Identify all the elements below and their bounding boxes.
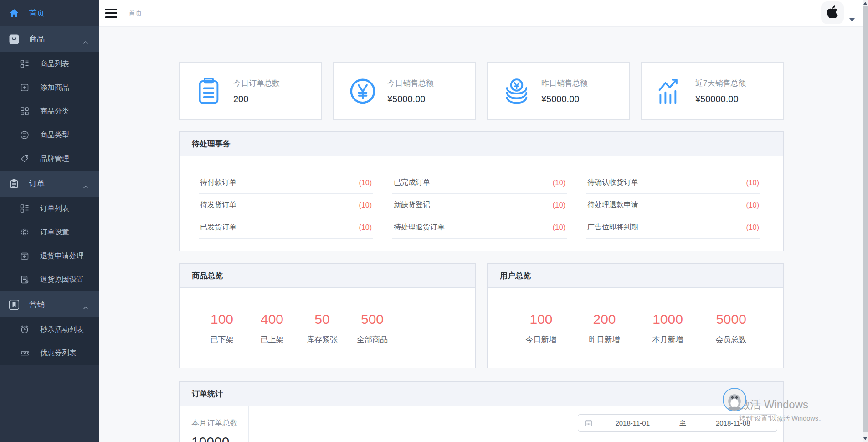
todo-count: (10) <box>359 224 372 232</box>
sidebar-item-product-category[interactable]: 商品分类 <box>0 99 99 123</box>
home-icon <box>9 8 19 18</box>
todo-item-ad-expiring[interactable]: 广告位即将到期(10) <box>586 216 760 239</box>
alarm-clock-icon <box>20 325 29 334</box>
sidebar-item-return-requests[interactable]: 退货申请处理 <box>0 244 99 268</box>
list-icon <box>20 59 29 68</box>
todo-item-refund-requests[interactable]: 待处理退款申请(10) <box>586 194 760 216</box>
todo-item-return-orders[interactable]: 待处理退货订单(10) <box>392 216 567 239</box>
sidebar-item-label: 优惠券列表 <box>40 348 77 358</box>
stat-label: 昨日新增 <box>573 334 636 345</box>
sidebar-group-marketing[interactable]: 营销 <box>0 291 99 317</box>
admin-dashboard: 首页 商品 商品列表 添加商品 商品分 <box>0 0 868 442</box>
date-range-picker[interactable]: 2018-11-01 至 2018-11-08 <box>578 414 777 432</box>
breadcrumb[interactable]: 首页 <box>128 9 142 18</box>
stat-cards-row: 今日订单总数 200 今日销售总额 ¥5000.00 <box>179 62 784 120</box>
stat-total-members: 5000会员总数 <box>699 312 763 368</box>
clipboard-icon <box>9 179 19 189</box>
chevron-up-icon <box>83 37 88 47</box>
todo-count: (10) <box>553 179 565 187</box>
stat-card-label: 今日订单总数 <box>233 78 280 88</box>
todo-label: 待付款订单 <box>200 178 236 187</box>
sidebar-item-flash-sale-list[interactable]: 秒杀活动列表 <box>0 317 99 341</box>
sidebar-item-label: 商品类型 <box>40 130 69 140</box>
product-overview-panel: 商品总览 100已下架 400已上架 50库存紧张 500全部商品 <box>179 263 476 368</box>
sidebar-item-brand-management[interactable]: 品牌管理 <box>0 147 99 171</box>
date-separator: 至 <box>670 419 696 427</box>
caret-down-icon[interactable] <box>849 18 855 21</box>
stat-off-shelf: 100已下架 <box>197 312 247 368</box>
date-start-input[interactable]: 2018-11-01 <box>595 419 670 427</box>
stat-label: 会员总数 <box>699 334 763 345</box>
stat-label: 全部商品 <box>347 334 397 345</box>
todo-item-pending-shipment[interactable]: 待发货订单(10) <box>199 194 373 216</box>
stat-card-text: 近7天销售总额 ¥50000.00 <box>695 78 746 104</box>
sidebar-item-order-settings[interactable]: 订单设置 <box>0 220 99 244</box>
stat-value: 100 <box>509 312 573 327</box>
chevron-up-icon <box>83 303 88 312</box>
todo-label: 待确认收货订单 <box>587 178 638 187</box>
metric-label: 本月订单总数 <box>191 418 248 428</box>
stat-value: 400 <box>247 312 297 327</box>
stat-value: 500 <box>347 312 397 327</box>
stat-new-yesterday: 200昨日新增 <box>573 312 636 368</box>
sidebar-group-label: 营销 <box>29 299 45 310</box>
stat-card-value: ¥5000.00 <box>541 94 588 104</box>
calendar-icon <box>585 419 592 427</box>
todo-count: (10) <box>359 201 372 209</box>
main-area: 首页 今日订单总数 200 <box>99 0 868 442</box>
user-avatar[interactable] <box>821 1 844 24</box>
todo-item-new-stockout[interactable]: 新缺货登记(10) <box>392 194 567 216</box>
scroll-down-arrow-icon[interactable] <box>863 437 867 440</box>
stat-card-value: 200 <box>233 94 280 104</box>
stat-card-text: 今日订单总数 200 <box>233 78 280 104</box>
todo-count: (10) <box>746 179 759 187</box>
todo-item-confirm-receipt[interactable]: 待确认收货订单(10) <box>586 172 760 194</box>
todo-grid: 待付款订单(10) 已完成订单(10) 待确认收货订单(10) 待发货订单(10… <box>180 156 783 251</box>
todo-label: 已完成订单 <box>394 178 430 187</box>
date-end-input[interactable]: 2018-11-08 <box>696 419 771 427</box>
order-chart-area: 2018-11-01 至 2018-11-08 <box>249 406 783 442</box>
hamburger-menu-icon[interactable] <box>105 9 117 18</box>
sidebar-item-return-reason-settings[interactable]: 退货原因设置 <box>0 268 99 291</box>
sidebar-item-order-list[interactable]: 订单列表 <box>0 197 99 220</box>
sidebar-item-coupon-list[interactable]: 优惠券列表 <box>0 341 99 365</box>
panel-title: 订单统计 <box>180 382 783 406</box>
coins-icon <box>503 77 531 105</box>
stat-label: 今日新增 <box>509 334 573 345</box>
sidebar-item-label: 秒杀活动列表 <box>40 325 84 334</box>
trend-up-icon <box>657 77 685 105</box>
stat-card-today-orders: 今日订单总数 200 <box>179 62 322 120</box>
panel-title: 用户总览 <box>488 264 783 288</box>
qq-service-icon[interactable] <box>723 388 746 411</box>
sidebar-item-label: 商品列表 <box>40 59 69 69</box>
stat-value: 200 <box>573 312 636 327</box>
stat-card-label: 今日销售总额 <box>387 78 434 88</box>
sidebar-group-orders[interactable]: 订单 <box>0 171 99 197</box>
todo-item-completed-orders[interactable]: 已完成订单(10) <box>392 172 567 194</box>
sidebar-item-home[interactable]: 首页 <box>0 0 99 26</box>
sidebar-group-products[interactable]: 商品 <box>0 26 99 52</box>
stat-label: 已上架 <box>247 334 297 345</box>
sidebar: 首页 商品 商品列表 添加商品 商品分 <box>0 0 99 442</box>
clipboard-gear-icon <box>20 275 29 284</box>
order-month-metric: 本月订单总数 10000 <box>180 406 249 442</box>
tag-icon <box>20 154 29 163</box>
overview-row: 商品总览 100已下架 400已上架 50库存紧张 500全部商品 用户总览 1… <box>179 263 784 368</box>
stat-card-today-sales: 今日销售总额 ¥5000.00 <box>333 62 476 120</box>
circle-list-icon <box>20 130 29 140</box>
metric-value: 10000 <box>191 434 248 442</box>
todo-item-shipped-orders[interactable]: 已发货订单(10) <box>199 216 373 239</box>
sidebar-item-product-type[interactable]: 商品类型 <box>0 123 99 147</box>
sidebar-item-product-list[interactable]: 商品列表 <box>0 52 99 76</box>
todo-item-pending-payment[interactable]: 待付款订单(10) <box>199 172 373 194</box>
yuan-circle-icon <box>349 77 377 105</box>
todo-count: (10) <box>553 224 565 232</box>
scroll-up-arrow-icon[interactable] <box>863 2 867 5</box>
vertical-scrollbar[interactable] <box>863 0 868 442</box>
scrollbar-thumb[interactable] <box>863 6 868 432</box>
todo-count: (10) <box>553 201 565 209</box>
sidebar-item-label: 首页 <box>29 8 45 18</box>
sidebar-item-add-product[interactable]: 添加商品 <box>0 76 99 99</box>
stat-new-month: 1000本月新增 <box>636 312 699 368</box>
stat-card-label: 昨日销售总额 <box>541 78 588 88</box>
